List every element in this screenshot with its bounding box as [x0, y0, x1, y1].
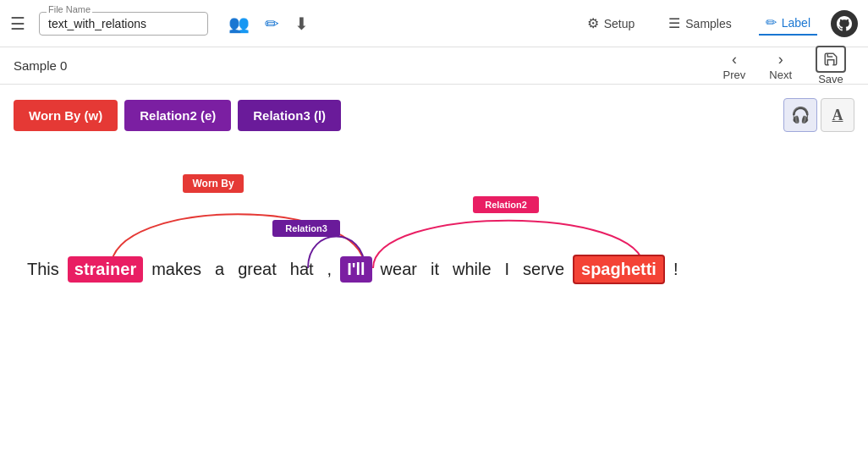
word-comma: ,	[322, 258, 338, 281]
nav-samples-label: Samples	[685, 17, 731, 30]
worn-by-arc-label-bg	[183, 174, 244, 193]
icon-tools: 🎧 A	[783, 98, 854, 132]
download-icon[interactable]: ⬇	[294, 14, 309, 34]
relation2-button[interactable]: Relation2 (e)	[124, 100, 231, 131]
audio-tool-button[interactable]: 🎧	[783, 98, 817, 132]
pencil-icon[interactable]: ✏	[265, 14, 279, 34]
sample-title: Sample 0	[14, 58, 67, 73]
word-makes: makes	[146, 258, 206, 281]
prev-label: Prev	[723, 69, 746, 81]
word-exclaim: !	[668, 258, 684, 281]
label-buttons-row: Worn By (w) Relation2 (e) Relation3 (l) …	[14, 98, 854, 132]
word-this: This	[22, 258, 64, 281]
relation2-arc-label: Relation2	[485, 200, 527, 210]
file-name-wrapper: File Name text_with_relations	[39, 12, 208, 36]
header-icons: 👥 ✏ ⬇	[228, 14, 309, 34]
word-a: a	[210, 258, 229, 281]
nav-setup[interactable]: ⚙ Setup	[580, 12, 642, 35]
word-i: I	[500, 258, 515, 281]
save-label: Save	[818, 73, 843, 85]
word-ill[interactable]: I'll	[340, 256, 371, 283]
headphones-icon: 🎧	[791, 106, 810, 124]
word-while: while	[448, 258, 497, 281]
users-icon[interactable]: 👥	[228, 14, 250, 34]
list-icon: ☰	[668, 15, 680, 31]
relation3-arc-label: Relation3	[285, 223, 327, 233]
header-nav: ⚙ Setup ☰ Samples ✏ Label	[580, 11, 817, 36]
nav-setup-label: Setup	[604, 17, 635, 30]
gear-icon: ⚙	[587, 15, 599, 31]
relation3-button[interactable]: Relation3 (l)	[238, 100, 341, 131]
nav-label[interactable]: ✏ Label	[759, 11, 817, 36]
worn-by-button[interactable]: Worn By (w)	[14, 100, 118, 131]
prev-button[interactable]: ‹ Prev	[715, 47, 755, 85]
save-button[interactable]: Save	[807, 42, 854, 89]
file-name-label: File Name	[47, 4, 92, 14]
sub-header: Sample 0 ‹ Prev › Next Save	[0, 47, 868, 85]
main-content: Worn By (w) Relation2 (e) Relation3 (l) …	[0, 85, 868, 311]
header: ☰ File Name text_with_relations 👥 ✏ ⬇ ⚙ …	[0, 0, 868, 47]
next-arrow-icon: ›	[778, 51, 783, 69]
word-hat: hat	[285, 258, 319, 281]
relation2-arc-label-bg	[473, 196, 539, 213]
file-name-text: text_with_relations	[48, 17, 146, 30]
relation3-arc-label-bg	[272, 220, 340, 237]
worn-by-arc-label: Worn By	[192, 178, 233, 189]
sentence: This strainer makes a great hat , I'll w…	[14, 255, 854, 284]
word-it: it	[426, 258, 444, 281]
text-icon: A	[832, 107, 843, 124]
save-box-icon	[816, 46, 846, 73]
word-great: great	[233, 258, 282, 281]
github-icon[interactable]	[831, 10, 858, 37]
prev-arrow-icon: ‹	[732, 51, 737, 69]
next-button[interactable]: › Next	[761, 47, 800, 85]
nav-label-label: Label	[782, 16, 810, 30]
next-label: Next	[769, 69, 792, 81]
word-wear: wear	[376, 258, 422, 281]
hamburger-icon[interactable]: ☰	[10, 14, 25, 34]
word-serve: serve	[518, 258, 569, 281]
annotation-area: Worn By Relation3 Relation2	[14, 145, 854, 298]
text-tool-button[interactable]: A	[821, 98, 854, 132]
label-pencil-icon: ✏	[766, 14, 777, 30]
word-strainer[interactable]: strainer	[68, 256, 143, 283]
nav-samples[interactable]: ☰ Samples	[662, 12, 738, 35]
word-spaghetti[interactable]: spaghetti	[573, 255, 665, 284]
sub-nav: ‹ Prev › Next Save	[715, 42, 854, 89]
